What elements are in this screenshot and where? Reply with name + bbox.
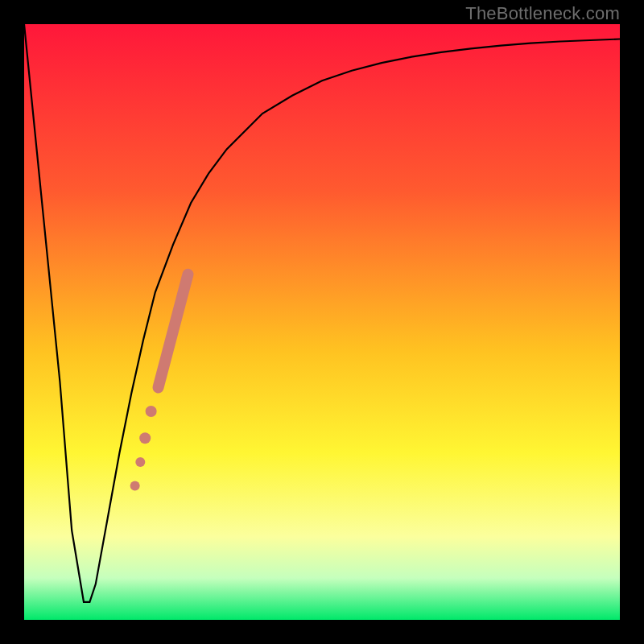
plot-svg [24,24,620,620]
marker-dot [139,432,151,444]
gradient-background [24,24,620,620]
marker-dot [130,481,140,491]
plot-area [24,24,620,620]
marker-dot [146,406,157,417]
watermark-text: TheBottleneck.com [465,3,620,24]
chart-frame: TheBottleneck.com [0,0,644,644]
marker-dot [135,457,145,467]
